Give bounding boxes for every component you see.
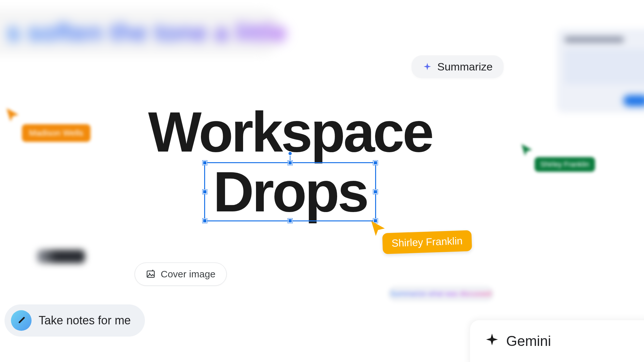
- title-line2-selection-wrap[interactable]: Drops: [213, 163, 367, 220]
- user-tag-green: Shirley Franklin: [535, 157, 595, 172]
- selection-handle-midright[interactable]: [373, 190, 378, 194]
- summarize-chip[interactable]: Summarize: [412, 55, 504, 78]
- picture-icon: [146, 269, 156, 279]
- gemini-panel[interactable]: Gemini: [470, 320, 644, 362]
- take-notes-pill[interactable]: Take notes for me: [5, 304, 145, 337]
- sparkle-icon: [422, 62, 432, 72]
- user-tag-orange-label: Madison Wells: [29, 128, 83, 138]
- summarize-label: Summarize: [437, 60, 493, 73]
- title-line2: Drops: [213, 163, 367, 220]
- user-tag-green-label: Shirley Franklin: [540, 160, 589, 168]
- svg-rect-2: [18, 317, 25, 323]
- cover-image-chip[interactable]: Cover image: [135, 263, 227, 286]
- gemini-label: Gemini: [506, 333, 551, 349]
- selection-rotate-handle[interactable]: [288, 151, 292, 156]
- selection-rotate-stem: [290, 155, 290, 163]
- wand-icon: [14, 313, 28, 328]
- take-notes-label: Take notes for me: [39, 314, 131, 327]
- wand-icon-circle: [11, 310, 32, 331]
- cover-image-label: Cover image: [161, 269, 215, 280]
- user-tag-yellow: Shirley Franklin: [382, 230, 472, 254]
- blurred-prompt-text: s soften the tone a little: [6, 18, 287, 47]
- sparkle-icon: [486, 333, 498, 347]
- blurred-prompt-pill-midright: Summarize what was discussed: [388, 286, 494, 302]
- blurred-prompt-pill-topleft: s soften the tone a little: [0, 10, 283, 55]
- selection-handle-bottomleft[interactable]: [203, 218, 207, 223]
- blurred-small-pill-left: [37, 250, 85, 263]
- cursor-orange-icon: [5, 107, 21, 124]
- title-group: Workspace Drops: [148, 104, 432, 220]
- user-tag-yellow-label: Shirley Franklin: [391, 235, 463, 249]
- user-tag-orange: Madison Wells: [22, 124, 90, 142]
- selection-handle-midleft[interactable]: [203, 190, 207, 194]
- blurred-panel-topright: [557, 29, 644, 113]
- blurred-prompt-midright-text: Summarize what was discussed: [390, 290, 491, 298]
- cursor-green-icon: [520, 143, 534, 158]
